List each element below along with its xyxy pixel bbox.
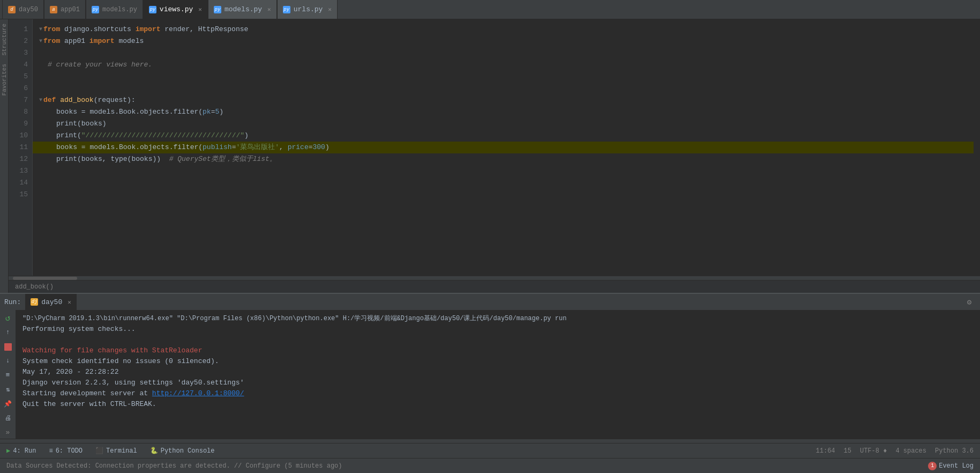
code-line-13 <box>39 165 974 177</box>
code-lines[interactable]: ▼ from django.shortcuts import render, H… <box>33 19 980 276</box>
pin-button[interactable]: 📌 <box>2 398 14 410</box>
event-log-label: Event Log <box>939 462 974 470</box>
tab-app01-label: app01 <box>61 6 80 13</box>
tab-urls-py-icon: py <box>283 6 290 13</box>
code-line-12: print(books, type(books)) # QuerySet类型，类… <box>39 153 974 165</box>
status-tab-python-console[interactable]: 🐍 Python Console <box>144 447 221 455</box>
gear-button[interactable]: ⚙ <box>963 295 976 308</box>
editor-tabs-bar: d day50 a app01 py models.py py views.py… <box>0 0 980 19</box>
run-quit: Quit the server with CTRL-BREAK. <box>23 399 974 410</box>
bottom-bar: Data Sources Detected: Connection proper… <box>0 458 980 473</box>
editor-hscroll[interactable] <box>9 276 980 280</box>
code-line-1: ▼ from django.shortcuts import render, H… <box>39 24 974 35</box>
favorites-label[interactable]: Favorites <box>0 60 8 100</box>
tab-models-small-icon: py <box>92 6 99 13</box>
filter-button[interactable]: ⇅ <box>2 383 14 396</box>
cursor-position: 11:64 <box>816 447 835 455</box>
run-date: May 17, 2020 - 22:28:22 <box>23 367 974 378</box>
code-line-7: ▼ def add_book(request): <box>39 94 974 106</box>
code-line-3 <box>39 47 974 59</box>
tab-views-py-label: views.py <box>160 5 193 13</box>
status-tab-terminal[interactable]: ⬛ Terminal <box>89 447 144 455</box>
tab-urls-py-close[interactable]: ✕ <box>328 6 332 13</box>
fold-1: ▼ <box>39 24 42 35</box>
terminal-icon: ⬛ <box>95 447 103 455</box>
event-badge: 1 <box>928 462 937 470</box>
structure-label[interactable]: Structure <box>0 19 8 60</box>
run-label: Run: <box>4 298 25 306</box>
tab-models-py-close[interactable]: ✕ <box>267 6 271 13</box>
print-button[interactable]: 🖨 <box>2 412 14 424</box>
event-log-button[interactable]: 1 Event Log <box>928 462 974 470</box>
breadcrumb-text: add_book() <box>15 283 54 291</box>
code-line-11: books = models.Book.objects.filter(publi… <box>33 142 974 153</box>
app-container: d day50 a app01 py models.py py views.py… <box>0 0 980 473</box>
tab-day50[interactable]: d day50 <box>2 0 44 19</box>
code-line-2: ▼ from app01 import models <box>39 35 974 47</box>
tab-urls-py[interactable]: py urls.py ✕ <box>277 0 338 19</box>
line-count: 15 <box>844 447 851 455</box>
tab-models-py-label: models.py <box>225 5 262 13</box>
stop-button[interactable] <box>2 341 14 353</box>
status-todo-label: 6: TODO <box>56 447 83 455</box>
tab-views-py-close[interactable]: ✕ <box>198 6 202 13</box>
fold-7: ▼ <box>39 94 42 106</box>
status-right: 11:64 15 UTF-8 ♦ 4 spaces Python 3.6 <box>810 447 980 455</box>
wrap-button[interactable]: ≡ <box>2 369 14 382</box>
restart-button[interactable]: ↺ <box>2 312 14 324</box>
encoding: UTF-8 ♦ <box>860 447 887 455</box>
run-panel-body: ↺ ↑ ↓ ≡ ⇅ 📌 <box>0 310 980 439</box>
indent-info: 4 spaces <box>895 447 926 455</box>
code-line-4: # create your views here. <box>39 59 974 71</box>
code-line-9: print(books) <box>39 118 974 130</box>
run-cmd-line: "D:\PyCharm 2019.1.3\bin\runnerw64.exe" … <box>23 313 974 324</box>
tab-app01[interactable]: a app01 <box>44 0 86 19</box>
run-django-version: Django version 2.2.3, using settings 'da… <box>23 378 974 388</box>
tab-day50-icon: d <box>8 6 16 13</box>
status-terminal-label: Terminal <box>106 447 137 455</box>
code-line-8: books = models.Book.objects.filter(pk=5) <box>39 106 974 118</box>
run-server-line: Starting development server at http://12… <box>23 388 974 399</box>
scroll-up-button[interactable]: ↑ <box>2 327 14 339</box>
run-output[interactable]: "D:\PyCharm 2019.1.3\bin\runnerw64.exe" … <box>16 310 980 439</box>
run-tab-label: day50 <box>41 298 62 306</box>
todo-icon: ≡ <box>49 447 53 455</box>
tab-day50-label: day50 <box>19 6 38 13</box>
server-url-link[interactable]: http://127.0.0.1:8000/ <box>152 389 244 397</box>
tab-models-py-icon: py <box>214 6 221 13</box>
run-tab-close[interactable]: ✕ <box>68 299 71 306</box>
run-panel-header: Run: dj day50 ✕ ⚙ <box>0 294 980 310</box>
tab-models-py[interactable]: py models.py ✕ <box>208 0 277 19</box>
python-console-icon: 🐍 <box>150 447 158 455</box>
status-left: ▶ 4: Run ≡ 6: TODO ⬛ Terminal 🐍 Python C… <box>0 447 810 455</box>
fold-2: ▼ <box>39 35 42 47</box>
code-line-5 <box>39 71 974 83</box>
run-watching: Watching for file changes with StatReloa… <box>23 345 974 356</box>
code-line-6 <box>39 83 974 94</box>
tab-views-py[interactable]: py views.py ✕ <box>143 0 208 19</box>
run-tab-day50[interactable]: dj day50 ✕ <box>25 294 77 310</box>
tab-models-small-label: models.py <box>102 6 137 13</box>
status-tab-run[interactable]: ▶ 4: Run <box>0 447 42 455</box>
tab-views-py-icon: py <box>149 6 156 13</box>
bottom-message: Data Sources Detected: Connection proper… <box>6 462 342 470</box>
breadcrumb-bar: add_book() <box>9 280 980 293</box>
left-sidebar: Structure Favorites <box>0 19 9 293</box>
play-icon: ▶ <box>6 447 10 455</box>
tab-models-small[interactable]: py models.py <box>86 0 143 19</box>
line-numbers: 1 2 3 4 5 6 7 8 9 10 11 12 13 14 15 <box>9 19 33 276</box>
status-tab-todo[interactable]: ≡ 6: TODO <box>42 447 89 455</box>
run-panel: Run: dj day50 ✕ ⚙ ↺ ↑ <box>0 293 980 443</box>
status-bar: ▶ 4: Run ≡ 6: TODO ⬛ Terminal 🐍 Python C… <box>0 443 980 458</box>
scroll-down-button[interactable]: ↓ <box>2 355 14 367</box>
run-blank <box>23 335 974 345</box>
status-python-console-label: Python Console <box>161 447 215 455</box>
tab-app01-icon: a <box>50 6 57 13</box>
code-line-14 <box>39 177 974 189</box>
run-performing: Performing system checks... <box>23 324 974 335</box>
run-sidebar: ↺ ↑ ↓ ≡ ⇅ 📌 <box>0 310 16 439</box>
more-button[interactable]: » <box>2 426 14 439</box>
python-version: Python 3.6 <box>935 447 974 455</box>
code-line-15 <box>39 189 974 201</box>
run-hscroll[interactable] <box>0 439 980 443</box>
